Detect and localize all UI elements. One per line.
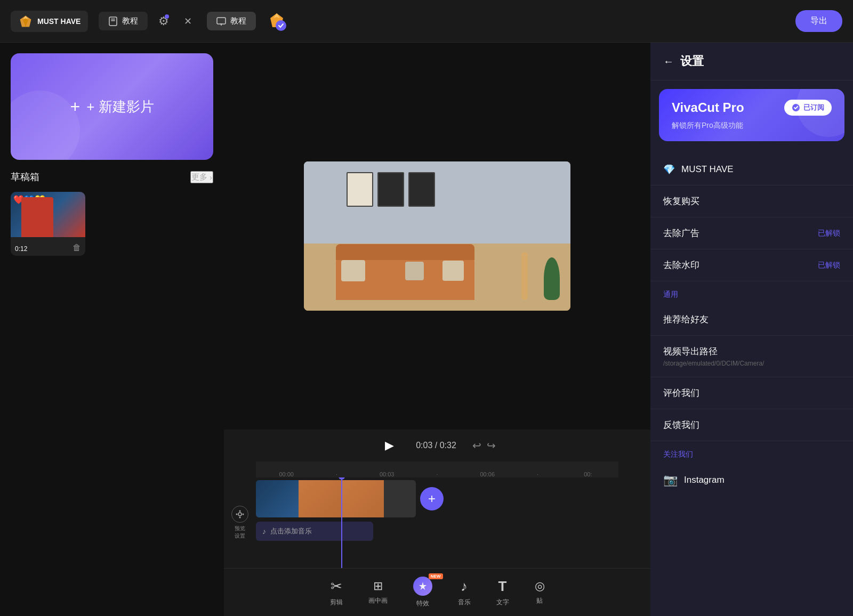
room-wall <box>304 161 570 244</box>
play-button[interactable]: ▶ <box>379 435 400 456</box>
draft-duration: 0:12 <box>15 245 27 253</box>
must-have-label: MUST HAVE <box>681 164 734 175</box>
drafts-title: 草稿箱 <box>11 171 39 183</box>
tool-text-label: 文字 <box>496 598 509 607</box>
timeline-content: 预览设置 + <box>224 477 650 568</box>
undo-button[interactable]: ↩ <box>472 439 481 452</box>
pro-subtitle: 解锁所有Pro高级功能 <box>672 121 832 131</box>
pillow-2 <box>405 262 424 280</box>
ruler-marks: 00:00 · 00:03 · 00:06 · 00: <box>256 461 618 477</box>
draft-figure <box>21 197 53 237</box>
gear-button[interactable]: ⚙ <box>158 14 169 28</box>
ruler-mark-4: 00:06 <box>462 471 512 477</box>
tutorial-tab-2[interactable]: 教程 <box>207 12 256 30</box>
tool-text[interactable]: T 文字 <box>484 574 522 611</box>
pillow-1 <box>341 260 365 281</box>
tool-sticker[interactable]: ◎ 贴 <box>522 575 558 610</box>
ruler-mark-5: · <box>512 471 562 477</box>
preview-settings-icon[interactable] <box>231 506 248 523</box>
scissors-icon: ✂ <box>331 578 342 595</box>
tool-cut[interactable]: ✂ 剪辑 <box>317 574 356 611</box>
add-track-button[interactable]: + <box>420 487 444 510</box>
top-bar: MUST HAVE 教程 ⚙ ✕ 教程 导出 <box>0 0 853 43</box>
more-button[interactable]: 更多 › <box>190 171 213 183</box>
track-thumb-2 <box>299 480 341 517</box>
svg-point-14 <box>239 517 241 518</box>
main-area: + + 新建影片 草稿箱 更多 › ❤️💙💛 0:12 🗑 <box>0 43 853 616</box>
video-track[interactable] <box>256 480 416 517</box>
tool-music[interactable]: ♪ 音乐 <box>445 574 484 611</box>
pro-card[interactable]: VivaCut Pro 已订阅 解锁所有Pro高级功能 <box>659 89 844 141</box>
rate-us-label: 评价我们 <box>663 387 699 399</box>
picture-frame-1 <box>347 172 373 207</box>
timeline-area: ▶ 0:03 / 0:32 ↩ ↪ 00:00 · 00:03 · <box>224 429 650 568</box>
recommend-label: 推荐给好友 <box>663 313 709 326</box>
text-icon: T <box>498 578 507 595</box>
draft-thumbnail: ❤️💙💛 <box>11 192 85 237</box>
tracks-area: + ♪ 点击添加音乐 <box>256 477 650 568</box>
pro-title: VivaCut Pro <box>672 100 744 115</box>
settings-export-path[interactable]: 视频导出路径 /storage/emulated/0/DCIM/Camera/ <box>650 336 853 377</box>
tool-pip[interactable]: ⊞ 画中画 <box>356 575 400 610</box>
settings-remove-ads[interactable]: 去除广告 已解锁 <box>650 217 853 249</box>
settings-list: 💎 MUST HAVE 恢复购买 去除广告 已解锁 去除水印 已解锁 通用 <box>650 150 853 501</box>
left-panel: + + 新建影片 草稿箱 更多 › ❤️💙💛 0:12 🗑 <box>0 43 224 616</box>
music-note-icon: ♪ <box>461 578 468 595</box>
playhead <box>341 477 342 568</box>
remove-ads-value: 已解锁 <box>818 229 840 238</box>
tool-music-label: 音乐 <box>458 598 471 607</box>
toolbar: ✂ 剪辑 ⊞ 画中画 NEW 特效 ♪ 音乐 T <box>224 568 650 616</box>
svg-point-12 <box>238 513 242 516</box>
timeline-controls: ▶ 0:03 / 0:32 ↩ ↪ <box>224 429 650 461</box>
tutorial-tab-1[interactable]: 教程 <box>99 12 148 30</box>
sofa <box>336 257 474 300</box>
sofa-back <box>336 244 474 260</box>
export-path-label: 视频导出路径 <box>663 345 718 358</box>
settings-rate-us[interactable]: 评价我们 <box>650 377 853 409</box>
restore-label: 恢复购买 <box>663 195 699 207</box>
section-general-title: 通用 <box>650 281 853 304</box>
settings-panel: ← 设置 VivaCut Pro 已订阅 解锁所有Pro高级功能 <box>650 43 853 616</box>
track-thumb-3 <box>341 480 384 517</box>
tab-close-icon[interactable]: ✕ <box>180 13 196 29</box>
audio-track[interactable]: ♪ 点击添加音乐 <box>256 522 373 541</box>
new-project-card[interactable]: + + 新建影片 <box>11 53 213 160</box>
timeline-ruler: 00:00 · 00:03 · 00:06 · 00: <box>256 461 618 477</box>
logo-button[interactable]: MUST HAVE <box>11 11 88 32</box>
tool-sticker-label: 贴 <box>536 596 543 605</box>
logo-text: MUST HAVE <box>37 17 81 26</box>
tool-cut-label: 剪辑 <box>330 598 343 607</box>
diamond-icon: 💎 <box>663 164 675 175</box>
settings-header: ← 设置 <box>650 43 853 80</box>
subscribed-badge: 已订阅 <box>784 100 832 116</box>
svg-point-15 <box>236 514 238 515</box>
settings-restore[interactable]: 恢复购买 <box>650 185 853 217</box>
ruler-mark-6: 00: <box>563 471 613 477</box>
export-path-value: /storage/emulated/0/DCIM/Camera/ <box>663 360 764 367</box>
export-button[interactable]: 导出 <box>795 10 842 32</box>
settings-instagram[interactable]: 📷 Instagram <box>650 464 853 497</box>
picture-frame-2 <box>377 172 404 207</box>
monitor-icon <box>216 17 226 26</box>
tool-effects[interactable]: NEW 特效 <box>400 572 445 612</box>
draft-delete-icon[interactable]: 🗑 <box>73 243 81 253</box>
new-project-label: + + 新建影片 <box>70 97 154 117</box>
settings-must-have[interactable]: 💎 MUST HAVE <box>650 154 853 185</box>
video-content <box>304 161 570 311</box>
draft-item[interactable]: ❤️💙💛 0:12 🗑 <box>11 192 85 256</box>
preview-area <box>224 43 650 429</box>
instagram-label: Instagram <box>684 475 725 485</box>
instagram-left: 📷 Instagram <box>663 473 725 487</box>
settings-recommend[interactable]: 推荐给好友 <box>650 304 853 336</box>
settings-feedback[interactable]: 反馈我们 <box>650 409 853 441</box>
drafts-header: 草稿箱 更多 › <box>11 171 213 183</box>
plus-icon: + <box>70 97 80 117</box>
back-button[interactable]: ← <box>663 55 674 68</box>
instagram-icon: 📷 <box>663 473 678 487</box>
drafts-section: 草稿箱 更多 › ❤️💙💛 0:12 🗑 <box>11 171 213 605</box>
svg-point-13 <box>239 510 241 512</box>
settings-remove-watermark[interactable]: 去除水印 已解锁 <box>650 249 853 281</box>
redo-button[interactable]: ↪ <box>487 439 496 452</box>
timeline-left-icons: 预览设置 <box>224 477 256 568</box>
gem-icon <box>18 14 33 29</box>
